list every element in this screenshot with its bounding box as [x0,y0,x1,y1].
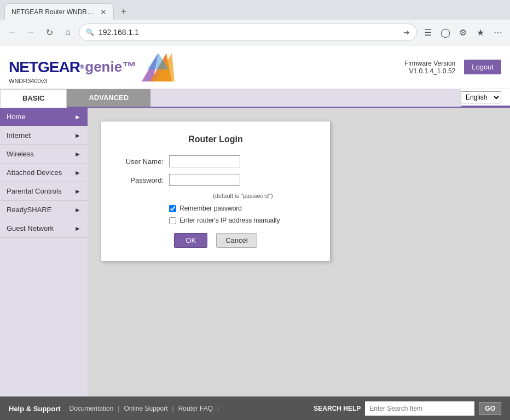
footer-sep2: | [172,405,174,412]
nav-bar: ← → ↻ ⌂ 🔍 ➔ ☰ ◯ ⚙ ★ ⋯ [0,20,510,45]
netgear-wordmark: NETGEAR [9,59,80,76]
remember-password-row: Remember password [114,205,317,212]
username-label: User Name: [114,158,164,166]
ok-button[interactable]: OK [174,233,207,248]
firmware-section: Firmware Version V1.0.1.4_1.0.52 [404,60,455,75]
extensions-icon[interactable]: ⚙ [455,25,471,40]
sidebar-wireless-arrow-icon: ► [74,150,81,158]
footer-search-section: SEARCH HELP GO [314,401,501,416]
username-input[interactable] [169,155,240,167]
profile-icon[interactable]: ◯ [438,25,453,40]
sidebar: Home ► Internet ► Wireless ► Attached De… [0,108,88,396]
sidebar-item-parental-controls[interactable]: Parental Controls ► [0,182,88,201]
footer-links: Documentation | Online Support | Router … [69,405,222,412]
sidebar-home-label: Home [7,113,26,121]
password-label: Password: [114,176,164,184]
lang-selector-container: English French German [461,89,510,107]
sidebar-home-arrow-icon: ► [74,113,81,121]
sidebar-attached-label: Attached Devices [7,168,62,177]
tab-bar: NETGEAR Router WNDR34... ✕ + [0,0,510,20]
sidebar-parental-label: Parental Controls [7,187,61,195]
tab-title: NETGEAR Router WNDR34... [11,8,96,16]
remember-password-label: Remember password [179,205,242,212]
netgear-logo: NETGEAR® genie™ [9,53,175,81]
bookmarks-icon[interactable]: ☰ [420,25,436,40]
tab-advanced[interactable]: ADVANCED [67,89,150,107]
content-area: Router Login User Name: Password: (defau… [88,108,510,396]
new-tab-button[interactable]: + [116,4,131,19]
footer-online-support-link[interactable]: Online Support [124,405,167,412]
sidebar-wireless-label: Wireless [7,150,34,158]
sidebar-parental-arrow-icon: ► [74,188,81,195]
password-hint: (default is "password") [114,192,317,199]
footer: Help & Support Documentation | Online Su… [0,396,510,420]
url-input[interactable] [98,28,403,37]
tab-basic[interactable]: BASIC [0,89,67,108]
footer-documentation-link[interactable]: Documentation [69,405,114,412]
menu-icon[interactable]: ⋯ [490,25,506,40]
sidebar-item-wireless[interactable]: Wireless ► [0,145,88,164]
sidebar-item-guest-network[interactable]: Guest Network ► [0,219,88,238]
address-search-icon: 🔍 [86,28,94,36]
tab-close-icon[interactable]: ✕ [100,8,107,16]
ip-address-label: Enter router's IP address manually [179,217,280,224]
model-number: WNDR3400v3 [9,78,47,84]
home-button[interactable]: ⌂ [60,25,76,40]
genie-wordmark: genie™ [85,59,136,75]
router-header: NETGEAR® genie™ WNDR3400v3 Firmware Vers… [0,45,510,89]
firmware-label: Firmware Version [404,60,455,67]
registered-mark: ® [80,64,84,70]
footer-faq-link[interactable]: Router FAQ [178,405,213,412]
nav-tabs: BASIC ADVANCED [0,89,150,107]
footer-search-label: SEARCH HELP [314,405,361,412]
remember-password-checkbox[interactable] [169,205,176,212]
sidebar-attached-arrow-icon: ► [74,169,81,177]
cancel-button[interactable]: Cancel [216,233,257,248]
sidebar-readyshare-arrow-icon: ► [74,206,81,214]
reload-button[interactable]: ↻ [42,25,57,40]
sidebar-item-readyshare[interactable]: ReadySHARE ► [0,201,88,219]
navigate-arrow-icon[interactable]: ➔ [403,28,410,37]
router-page: NETGEAR® genie™ WNDR3400v3 Firmware Vers… [0,45,510,396]
dialog-title: Router Login [114,135,317,144]
browser-chrome: NETGEAR Router WNDR34... ✕ + ← → ↻ ⌂ 🔍 ➔… [0,0,510,45]
username-row: User Name: [114,155,317,167]
footer-sep3: | [217,405,219,412]
sidebar-internet-label: Internet [7,131,31,139]
sidebar-item-home[interactable]: Home ► [0,108,88,126]
sidebar-internet-arrow-icon: ► [74,132,81,139]
language-select[interactable]: English French German [461,91,501,103]
back-button[interactable]: ← [4,25,20,40]
footer-sep1: | [118,405,119,412]
password-row: Password: [114,174,317,186]
ip-address-checkbox[interactable] [169,217,176,224]
nav-tab-row: BASIC ADVANCED English French German [0,89,510,108]
sidebar-guest-arrow-icon: ► [74,225,81,232]
browser-tab[interactable]: NETGEAR Router WNDR34... ✕ [4,3,114,20]
footer-search-input[interactable] [365,401,474,416]
sidebar-item-attached-devices[interactable]: Attached Devices ► [0,164,88,182]
sidebar-item-internet[interactable]: Internet ► [0,126,88,145]
ip-address-row: Enter router's IP address manually [114,217,317,224]
footer-help-label: Help & Support [9,405,61,413]
sidebar-guest-label: Guest Network [7,224,54,232]
dialog-buttons: OK Cancel [114,233,317,248]
main-content: Home ► Internet ► Wireless ► Attached De… [0,108,510,396]
sidebar-readyshare-label: ReadySHARE [7,206,51,214]
login-dialog: Router Login User Name: Password: (defau… [101,121,331,261]
footer-go-button[interactable]: GO [479,402,501,415]
logout-button[interactable]: Logout [464,60,501,74]
browser-actions: ☰ ◯ ⚙ ★ ⋯ [420,25,506,40]
address-bar: 🔍 ➔ [79,24,417,41]
forward-button[interactable]: → [23,25,38,40]
firmware-version: V1.0.1.4_1.0.52 [404,67,455,75]
favorites-icon[interactable]: ★ [473,25,488,40]
password-input[interactable] [169,174,240,186]
logo-triangles-icon [142,53,175,81]
